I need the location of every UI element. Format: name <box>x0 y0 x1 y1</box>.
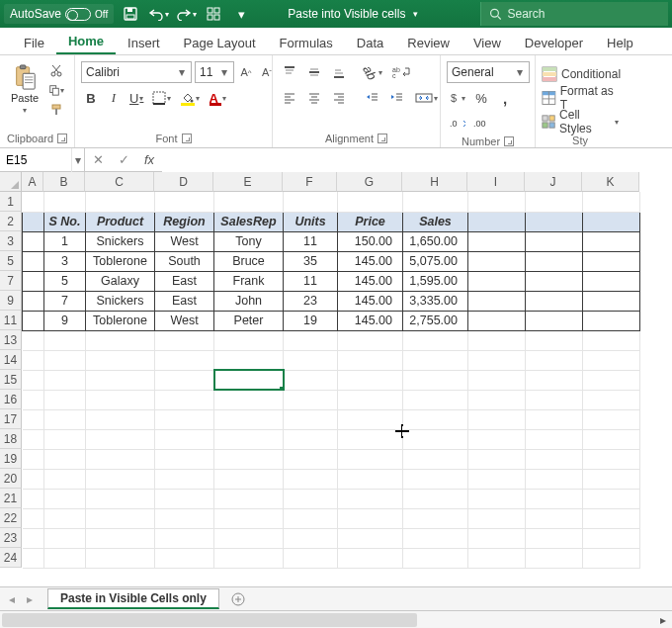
cell[interactable] <box>284 390 338 409</box>
cell[interactable] <box>214 449 284 469</box>
horizontal-scrollbar[interactable]: ▸ <box>0 610 672 628</box>
cell[interactable] <box>155 370 214 390</box>
cell[interactable] <box>338 508 403 528</box>
row-headers[interactable]: 12357911131415161718192021222324 <box>0 192 22 569</box>
cell[interactable] <box>44 409 86 429</box>
select-all-corner[interactable] <box>0 172 22 192</box>
format-painter-button[interactable] <box>47 101 65 119</box>
tab-help[interactable]: Help <box>595 31 645 54</box>
cell[interactable] <box>23 231 44 251</box>
cell[interactable] <box>284 548 338 568</box>
cell[interactable] <box>44 469 86 489</box>
cell[interactable]: Snickers <box>86 231 155 251</box>
cells[interactable]: S No.ProductRegionSalesRepUnitsPriceSale… <box>22 192 640 569</box>
cell[interactable] <box>403 409 468 429</box>
tab-review[interactable]: Review <box>395 31 462 54</box>
cell[interactable] <box>583 409 640 429</box>
cell[interactable] <box>86 528 155 548</box>
cell[interactable]: East <box>155 271 214 291</box>
row-header[interactable]: 22 <box>0 508 22 528</box>
align-right-button[interactable] <box>328 87 350 109</box>
merge-center-button[interactable]: ▾ <box>411 87 441 109</box>
cell[interactable]: 11 <box>284 231 338 251</box>
font-size-combo[interactable]: 11▾ <box>195 61 234 83</box>
cell[interactable] <box>214 469 284 489</box>
save-button[interactable] <box>120 3 141 25</box>
cell[interactable] <box>214 409 284 429</box>
col-header[interactable]: H <box>402 172 467 192</box>
cell[interactable] <box>44 370 86 390</box>
cell[interactable] <box>468 370 526 390</box>
decrease-indent-button[interactable] <box>362 87 383 109</box>
cell[interactable] <box>214 192 284 212</box>
cell[interactable] <box>468 350 526 370</box>
cell[interactable]: Frank <box>214 271 284 291</box>
row-header[interactable]: 9 <box>0 291 22 311</box>
cell[interactable]: West <box>155 231 214 251</box>
cell[interactable]: Price <box>338 212 403 231</box>
cell[interactable] <box>583 291 640 311</box>
cell[interactable] <box>155 429 214 449</box>
cell[interactable] <box>468 449 526 469</box>
copy-button[interactable]: ▾ <box>47 81 65 99</box>
cell[interactable] <box>338 469 403 489</box>
cell[interactable]: Region <box>155 212 214 231</box>
cell[interactable] <box>526 192 583 212</box>
cell[interactable] <box>44 449 86 469</box>
cell[interactable] <box>284 350 338 370</box>
sheet-nav-next[interactable]: ▸ <box>22 591 38 607</box>
cell[interactable] <box>214 508 284 528</box>
row-header[interactable]: 20 <box>0 469 22 489</box>
cell[interactable] <box>44 350 86 370</box>
cell[interactable] <box>403 350 468 370</box>
cell[interactable]: Bruce <box>214 251 284 271</box>
cell[interactable] <box>468 508 526 528</box>
tab-file[interactable]: File <box>12 31 56 54</box>
dialog-launcher-icon[interactable] <box>378 134 387 143</box>
cell[interactable] <box>468 528 526 548</box>
cell[interactable] <box>284 508 338 528</box>
dialog-launcher-icon[interactable] <box>182 134 192 143</box>
cell[interactable] <box>403 330 468 350</box>
cell[interactable] <box>284 330 338 350</box>
cell[interactable] <box>526 212 583 231</box>
align-middle-button[interactable] <box>303 61 325 83</box>
cell[interactable]: Toblerone <box>86 251 155 271</box>
cell[interactable] <box>23 192 44 212</box>
row-header[interactable]: 5 <box>0 251 22 271</box>
cell[interactable] <box>403 370 468 390</box>
cell[interactable] <box>403 429 468 449</box>
cell[interactable]: Product <box>86 212 155 231</box>
cell[interactable] <box>526 390 583 409</box>
cell[interactable] <box>284 429 338 449</box>
cell[interactable]: 145.00 <box>338 311 403 330</box>
cell[interactable] <box>526 548 583 568</box>
cell[interactable] <box>155 192 214 212</box>
cell[interactable] <box>155 469 214 489</box>
cell[interactable] <box>338 330 403 350</box>
cell[interactable] <box>526 251 583 271</box>
cell[interactable] <box>155 528 214 548</box>
cell[interactable] <box>23 508 44 528</box>
cell[interactable] <box>526 291 583 311</box>
cell[interactable] <box>468 192 526 212</box>
cell[interactable] <box>526 528 583 548</box>
cell[interactable] <box>23 390 44 409</box>
cell[interactable] <box>403 469 468 489</box>
cell[interactable]: Galaxy <box>86 271 155 291</box>
cell[interactable] <box>468 548 526 568</box>
cell[interactable] <box>468 469 526 489</box>
cell[interactable] <box>214 370 284 390</box>
cell[interactable] <box>23 251 44 271</box>
row-header[interactable]: 23 <box>0 528 22 548</box>
new-sheet-button[interactable] <box>227 588 249 610</box>
cell[interactable]: Units <box>284 212 338 231</box>
font-color-button[interactable]: A▾ <box>206 87 228 109</box>
cut-button[interactable] <box>47 61 65 79</box>
cell[interactable] <box>526 508 583 528</box>
cell[interactable] <box>86 508 155 528</box>
cell[interactable] <box>155 508 214 528</box>
cell[interactable] <box>86 390 155 409</box>
align-bottom-button[interactable] <box>328 61 350 83</box>
cell[interactable] <box>338 350 403 370</box>
